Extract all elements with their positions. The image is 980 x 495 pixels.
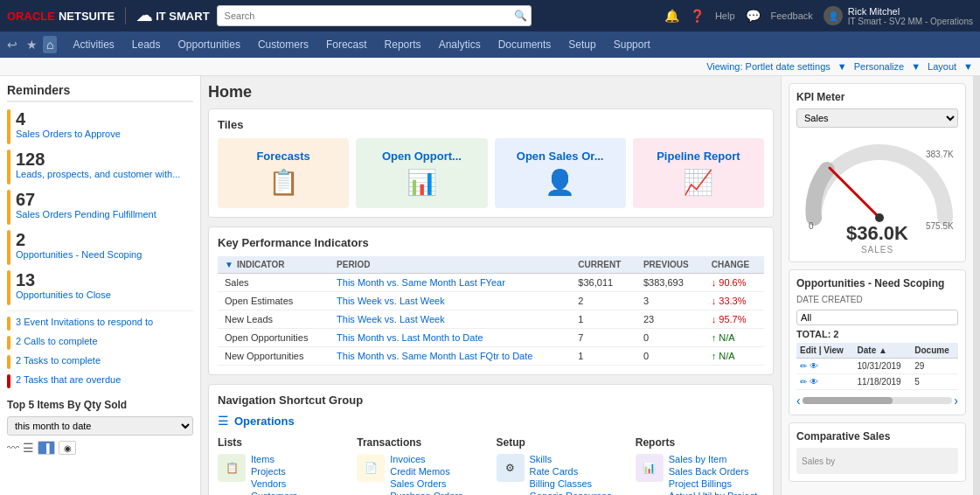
reminder-desc-1[interactable]: Sales Orders to Approve — [16, 129, 121, 139]
kpi-table: ▼INDICATOR PERIOD CURRENT PREVIOUS CHANG… — [218, 256, 764, 366]
netsuite-text: NETSUITE — [59, 10, 115, 23]
ql-text-3[interactable]: 2 Tasks to complete — [16, 355, 101, 366]
link-sales-by-item[interactable]: Sales by Item — [669, 454, 757, 464]
edit-icon-2[interactable]: ✏ — [800, 377, 807, 387]
nav-forecast[interactable]: Forecast — [317, 31, 376, 58]
nav-analytics[interactable]: Analytics — [430, 31, 490, 58]
reminder-item-3: 67 Sales Orders Pending Fulfillment — [7, 190, 193, 225]
view-icon-2[interactable]: 👁 — [810, 377, 818, 387]
nav-leads[interactable]: Leads — [123, 31, 170, 58]
link-customers[interactable]: Customers — [251, 491, 327, 495]
reports-icon: 📊 — [636, 454, 664, 482]
link-vendors[interactable]: Vendors — [251, 478, 327, 489]
chart-type-icon-list: ☰ — [23, 441, 34, 455]
reminder-desc-5[interactable]: Opportunities to Close — [16, 289, 111, 300]
link-skills[interactable]: Skills — [530, 454, 612, 464]
kpi-period-link-1[interactable]: This Month vs. Same Month Last FYear — [337, 277, 505, 288]
nav-setup[interactable]: Setup — [560, 31, 604, 58]
date-filter-input[interactable] — [796, 310, 958, 325]
ql-text-4[interactable]: 2 Tasks that are overdue — [16, 374, 121, 385]
nav-opportunities[interactable]: Opportunities — [170, 31, 249, 58]
kpi-meter-dropdown[interactable]: Sales — [796, 108, 958, 128]
nav-documents[interactable]: Documents — [490, 31, 560, 58]
tile-forecasts[interactable]: Forecasts 📋 — [218, 138, 349, 208]
link-credit-memos[interactable]: Credit Memos — [390, 466, 482, 477]
help-icon[interactable]: ❓ — [690, 9, 705, 23]
opp-nav-next[interactable]: › — [954, 394, 958, 408]
link-billing-classes[interactable]: Billing Classes — [530, 478, 612, 489]
oracle-logo: ORACLE NETSUITE — [7, 10, 115, 23]
nav-reports[interactable]: Reports — [376, 31, 430, 58]
reminder-desc-4[interactable]: Opportunities - Need Scoping — [16, 249, 142, 260]
chart-type-bar[interactable]: ▐ — [38, 441, 55, 455]
link-items[interactable]: Items — [251, 454, 327, 464]
nav-customers[interactable]: Customers — [249, 31, 317, 58]
help-label[interactable]: Help — [715, 10, 735, 21]
search-bar[interactable]: 🔍 — [217, 5, 532, 26]
kpi-period-link-5[interactable]: This Month vs. Same Month Last FQtr to D… — [337, 351, 532, 361]
reminder-desc-3[interactable]: Sales Orders Pending Fulfillment — [16, 209, 156, 220]
right-scrollbar[interactable] — [973, 76, 980, 495]
tile-open-opport[interactable]: Open Opport... 📊 — [356, 138, 487, 208]
kpi-period-link-3[interactable]: This Week vs. Last Week — [337, 314, 445, 324]
reminder-bar-1 — [7, 109, 10, 144]
tile-pipeline-label: Pipeline Report — [657, 150, 740, 163]
reminder-desc-2[interactable]: Leads, prospects, and customer with... — [16, 169, 180, 179]
opp-nav-prev[interactable]: ‹ — [796, 394, 801, 408]
kpi-indicator-4: Open Opportunities — [218, 329, 330, 347]
search-input[interactable] — [217, 5, 532, 26]
link-invoices[interactable]: Invoices — [390, 454, 482, 464]
link-sales-back-orders[interactable]: Sales Back Orders — [669, 466, 757, 477]
user-info[interactable]: 👤 Rick Mitchel IT Smart - SV2 MM - Opera… — [824, 6, 973, 26]
kpi-indicator-1: Sales — [218, 274, 330, 292]
tile-open-sales[interactable]: Open Sales Or... 👤 — [495, 138, 626, 208]
chart-type-pie[interactable]: ◉ — [59, 441, 76, 455]
kpi-current-3: 1 — [571, 310, 636, 329]
opp-table-nav: ‹ › — [796, 394, 958, 408]
personalize-link[interactable]: Personalize — [854, 61, 904, 72]
link-projects[interactable]: Projects — [251, 466, 327, 477]
shortcut-col-lists: Lists 📋 Items Projects Vendors Customers… — [218, 436, 346, 495]
nav-activities[interactable]: Activities — [64, 31, 122, 58]
bell-icon[interactable]: 🔔 — [664, 9, 679, 23]
top5-dropdown[interactable]: this month to date — [7, 416, 193, 436]
gauge-svg: 0 575.5K 383.7K — [796, 135, 963, 231]
ql-text-1[interactable]: 3 Event Invitations to respond to — [16, 317, 153, 327]
opp-edit-2: ✏ 👁 — [796, 374, 854, 390]
edit-icon-1[interactable]: ✏ — [800, 361, 807, 371]
link-generic-resources[interactable]: Generic Resources — [530, 491, 612, 495]
ops-title[interactable]: Operations — [234, 415, 295, 428]
reminder-number-1: 4 — [16, 109, 121, 129]
ql-text-2[interactable]: 2 Calls to complete — [16, 336, 98, 346]
feedback-icon[interactable]: 💬 — [746, 9, 761, 23]
link-project-billings[interactable]: Project Billings — [669, 478, 757, 489]
view-icon-1[interactable]: 👁 — [810, 361, 818, 371]
sort-icon[interactable]: ▼ — [225, 260, 233, 269]
kpi-col-indicator: ▼INDICATOR — [218, 256, 330, 274]
viewing-portlet-link[interactable]: Viewing: Portlet date settings — [706, 61, 831, 72]
top5-section: Top 5 Items By Qty Sold this month to da… — [7, 399, 193, 455]
gauge-label: SALES — [796, 245, 958, 254]
tile-pipeline[interactable]: Pipeline Report 📈 — [633, 138, 764, 208]
reminder-bar-3 — [7, 190, 10, 225]
kpi-period-link-2[interactable]: This Week vs. Last Week — [337, 296, 445, 306]
link-sales-orders[interactable]: Sales Orders — [390, 478, 482, 489]
feedback-label[interactable]: Feedback — [771, 10, 813, 21]
kpi-period-link-4[interactable]: This Month vs. Last Month to Date — [337, 332, 483, 343]
shortcut-item-transactions: 📄 Invoices Credit Memos Sales Orders Pur… — [357, 454, 485, 495]
shortcut-col-lists-title: Lists — [218, 436, 346, 449]
link-actual-util[interactable]: Actual Util by Project — [669, 491, 757, 495]
shortcut-item-reports: 📊 Sales by Item Sales Back Orders Projec… — [636, 454, 764, 495]
transactions-links: Invoices Credit Memos Sales Orders Purch… — [390, 454, 482, 495]
link-rate-cards[interactable]: Rate Cards — [530, 466, 612, 477]
kpi-meter-section: KPI Meter Sales 0 575.5K — [789, 83, 966, 262]
nav-support[interactable]: Support — [605, 31, 659, 58]
favorites-icon[interactable]: ★ — [23, 36, 41, 53]
ql-bar-1 — [7, 317, 10, 331]
reminder-number-2: 128 — [16, 150, 180, 169]
layout-link[interactable]: Layout — [928, 61, 956, 72]
history-icon[interactable]: ↩ — [3, 36, 21, 53]
home-icon[interactable]: ⌂ — [43, 36, 57, 53]
link-purchase-orders[interactable]: Purchase Orders — [390, 491, 482, 495]
opp-col-edit: Edit | View — [796, 343, 854, 359]
